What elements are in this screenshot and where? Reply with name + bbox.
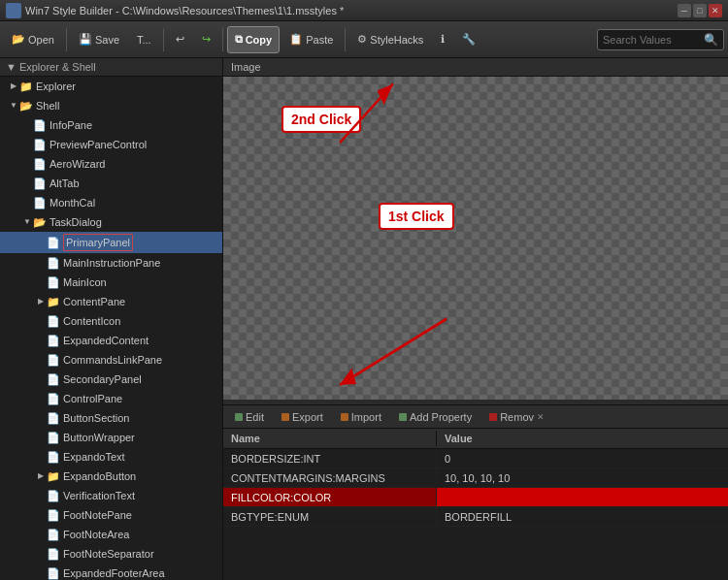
- settings-button[interactable]: 🔧: [454, 26, 483, 53]
- tree-item-mainicon[interactable]: 📄MainIcon: [0, 273, 222, 292]
- svg-line-2: [340, 319, 447, 385]
- tree-item-label: ExpandedContent: [63, 333, 149, 348]
- tree-arrow: [35, 296, 47, 307]
- annotation-container: 2nd Click 1st Click: [223, 77, 728, 400]
- file-icon: 📄: [47, 373, 60, 385]
- close-button[interactable]: ✕: [709, 4, 722, 17]
- stylehacks-button[interactable]: ⚙ StyleHacks: [349, 26, 431, 53]
- tab-icon: [399, 413, 407, 421]
- folder-icon: 📂: [33, 216, 47, 228]
- tree-item-aerowizard[interactable]: 📄AeroWizard: [0, 154, 222, 174]
- tree-item-primarypanel[interactable]: 📄PrimaryPanel: [0, 232, 222, 253]
- file-icon: 📄: [47, 548, 60, 560]
- tree-item-footnoteseparator[interactable]: 📄FootNoteSeparator: [0, 544, 222, 564]
- info-icon: ℹ: [441, 33, 445, 46]
- tree-item-footnotepane[interactable]: 📄FootNotePane: [0, 505, 222, 525]
- image-canvas: 2nd Click 1st Click: [223, 77, 728, 400]
- tree-arrow: [35, 335, 47, 346]
- tree-item-label: CommandsLinkPane: [63, 352, 162, 368]
- tree-item-buttonsection[interactable]: 📄ButtonSection: [0, 408, 222, 428]
- tree-container[interactable]: 📁Explorer📂Shell📄InfoPane📄PreviewPaneCont…: [0, 77, 222, 580]
- search-input[interactable]: [603, 34, 700, 46]
- tree-arrow: [35, 567, 47, 579]
- tree-item-monthcal[interactable]: 📄MonthCal: [0, 193, 222, 212]
- toolbar-separator: [66, 28, 67, 51]
- copy-button[interactable]: ⧉ Copy: [227, 26, 281, 53]
- file-icon: 📄: [47, 490, 60, 501]
- tree-item-expandedfooterarea[interactable]: 📄ExpandedFooterArea: [0, 564, 222, 580]
- image-tab[interactable]: Image: [223, 58, 728, 77]
- open-icon: 📂: [12, 33, 25, 46]
- title-bar-buttons: ─ □ ✕: [678, 4, 722, 17]
- tree-arrow: [35, 257, 47, 269]
- tree-item-maininstruction[interactable]: 📄MainInstructionPane: [0, 253, 222, 273]
- table-row[interactable]: FILLCOLOR:COLOR: [223, 488, 728, 507]
- file-icon: 📄: [47, 276, 60, 288]
- file-icon: 📄: [47, 451, 60, 463]
- tab-edit[interactable]: Edit: [227, 408, 272, 426]
- search-box[interactable]: 🔍: [597, 29, 724, 50]
- file-icon: 📄: [33, 119, 47, 131]
- tree-item-expandedcontent[interactable]: 📄ExpandedContent: [0, 331, 222, 350]
- tree-item-infopane[interactable]: 📄InfoPane: [0, 115, 222, 135]
- tree-item-buttonwrapper[interactable]: 📄ButtonWrapper: [0, 428, 222, 447]
- tree-item-footnotearea[interactable]: 📄FootNoteArea: [0, 525, 222, 544]
- table-row[interactable]: BGTYPE:ENUMBORDERFILL: [223, 507, 728, 527]
- table-row[interactable]: CONTENTMARGINS:MARGINS10, 10, 10, 10: [223, 468, 728, 488]
- annotation-1st-label: 1st Click: [379, 203, 454, 230]
- tree-item-expandotext[interactable]: 📄ExpandoText: [0, 447, 222, 467]
- prop-value: [437, 488, 728, 506]
- tree-item-contenticon[interactable]: 📄ContentIcon: [0, 311, 222, 331]
- tree-item-explorer[interactable]: 📁Explorer: [0, 77, 222, 96]
- tree-arrow: [35, 393, 47, 404]
- tree-item-taskdialog[interactable]: 📂TaskDialog: [0, 212, 222, 232]
- redo-button[interactable]: ↪: [194, 26, 218, 53]
- annotation-arrows: [223, 77, 728, 400]
- tree-item-shell[interactable]: 📂Shell: [0, 96, 222, 115]
- tab-addprop[interactable]: Add Property: [391, 408, 480, 426]
- table-row[interactable]: BORDERSIZE:INT0: [223, 449, 728, 468]
- tab-icon: [489, 413, 497, 421]
- tree-item-controlpane[interactable]: 📄ControlPane: [0, 389, 222, 408]
- prop-value: 10, 10, 10, 10: [437, 468, 728, 487]
- file-icon: 📄: [47, 529, 60, 540]
- tab-export[interactable]: Export: [274, 408, 331, 426]
- main-layout: ▼ Explorer & Shell 📁Explorer📂Shell📄InfoP…: [0, 58, 728, 580]
- title-bar-text: Win7 Style Builder - C:\Windows\Resource…: [25, 5, 678, 16]
- folder-icon: 📁: [47, 470, 60, 482]
- undo-button[interactable]: ↩: [168, 26, 192, 53]
- open-button[interactable]: 📂 Open: [4, 26, 62, 53]
- tree-item-previewpane[interactable]: 📄PreviewPaneControl: [0, 135, 222, 154]
- tree-item-label: PrimaryPanel: [63, 234, 133, 251]
- minimize-button[interactable]: ─: [678, 4, 691, 17]
- svg-line-1: [340, 84, 393, 144]
- paste-button[interactable]: 📋 Paste: [281, 26, 341, 53]
- prop-name: CONTENTMARGINS:MARGINS: [223, 468, 437, 487]
- save-button[interactable]: 💾 Save: [71, 26, 127, 53]
- tab-import[interactable]: Import: [333, 408, 389, 426]
- tree-item-alttab[interactable]: 📄AltTab: [0, 174, 222, 193]
- tree-arrow: [21, 177, 33, 189]
- toolbar-separator-2: [163, 28, 164, 51]
- tree-item-commandslinkpane[interactable]: 📄CommandsLinkPane: [0, 350, 222, 370]
- tab-remove[interactable]: Remov✕: [481, 408, 552, 426]
- tree-item-label: PreviewPaneControl: [50, 137, 147, 152]
- tab-close-icon[interactable]: ✕: [537, 412, 545, 422]
- tree-item-secondarypanel[interactable]: 📄SecondaryPanel: [0, 370, 222, 389]
- tree-item-contentpane[interactable]: 📁ContentPane: [0, 292, 222, 311]
- info-button[interactable]: ℹ: [433, 26, 452, 53]
- file-icon: 📄: [47, 237, 60, 248]
- maximize-button[interactable]: □: [693, 4, 707, 17]
- tree-arrow: [35, 354, 47, 366]
- t-button[interactable]: T...: [129, 26, 159, 53]
- tree-arrow: [35, 237, 47, 248]
- file-icon: 📄: [47, 412, 60, 424]
- copy-icon: ⧉: [235, 33, 243, 46]
- file-icon: 📄: [33, 158, 47, 170]
- tree-item-expandobutton[interactable]: 📁ExpandoButton: [0, 467, 222, 486]
- file-icon: 📄: [47, 257, 60, 269]
- bottom-panel: EditExportImportAdd PropertyRemov✕ Name …: [223, 405, 728, 580]
- tree-item-verificationtext[interactable]: 📄VerificationText: [0, 486, 222, 505]
- tree-item-label: ControlPane: [63, 391, 122, 406]
- folder-icon: 📂: [19, 100, 33, 112]
